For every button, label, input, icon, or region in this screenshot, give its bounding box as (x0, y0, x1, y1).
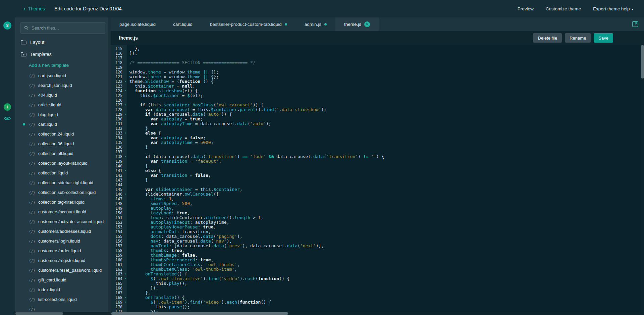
code-line[interactable]: 144 (111, 182, 644, 187)
vertical-scrollbar-thumb[interactable] (641, 45, 644, 78)
file-item-index-liquid[interactable]: {/}index.liquid (15, 285, 111, 295)
code-line[interactable]: 156 nav: data_carousel.data('nav'), (111, 239, 644, 244)
fold-arrow-icon[interactable]: ▾ (124, 192, 126, 196)
code-line[interactable]: 169▾ $('.owl-item').find('video').each(f… (111, 300, 644, 305)
code-editor[interactable]: 115 },116});117118/* ================ SE… (111, 45, 644, 315)
sidebar-section-templates[interactable]: Templates (15, 48, 111, 60)
code-line[interactable]: 125 this.$container = $(el); (111, 93, 644, 98)
code-line[interactable]: 140 } (111, 164, 644, 168)
file-item-search-json-liquid[interactable]: {/}search.json.liquid (15, 81, 111, 90)
topbar-action-preview[interactable]: Preview (518, 6, 534, 11)
code-line[interactable]: 128 var data_carousel = this.$container.… (111, 107, 644, 112)
code-line[interactable]: 167 }, (111, 291, 644, 295)
code-line[interactable]: 149 autoplay, (111, 206, 644, 211)
file-item-customers-register-liquid[interactable]: {/}customers/register.liquid (15, 256, 111, 265)
tab-bestseller-product-custom-tab-liquid[interactable]: bestseller-product-custom-tab.liquid (201, 17, 296, 31)
code-line[interactable]: 121window.theme = window.theme || {}; (111, 74, 644, 79)
file-item-customers-order-liquid[interactable]: {/}customers/order.liquid (15, 246, 111, 256)
code-line[interactable]: 116}); (111, 51, 644, 56)
file-item-customers-reset-password-liquid[interactable]: {/}customers/reset_password.liquid (15, 265, 111, 275)
back-to-themes-link[interactable]: ‹ Themes (23, 6, 45, 12)
code-line[interactable]: 115 }, (111, 46, 644, 51)
file-item-article-liquid[interactable]: {/}article.liquid (15, 100, 111, 110)
fold-arrow-icon[interactable]: ▾ (124, 131, 126, 135)
code-line[interactable]: 139 var transition = 'fadeOut'; (111, 159, 644, 164)
code-line[interactable]: 154 animateOut: transition, (111, 229, 644, 234)
code-line[interactable]: 143 } (111, 178, 644, 182)
code-line[interactable]: 129▾ if (data_carousel.data('auto')) { (111, 112, 644, 117)
save-button[interactable]: Save (594, 33, 613, 43)
code-line[interactable]: 133▾ else { (111, 131, 644, 136)
tab-theme-js[interactable]: theme.js✕ (335, 17, 379, 31)
fold-arrow-icon[interactable]: ▾ (124, 300, 126, 304)
file-item-customers-account-liquid[interactable]: {/}customers/account.liquid (15, 207, 111, 217)
fold-arrow-icon[interactable]: ▾ (124, 272, 126, 276)
code-line[interactable]: 136 } (111, 145, 644, 150)
code-line[interactable]: 148 smartSpeed: 500, (111, 201, 644, 206)
file-item-gift-card-liquid[interactable]: {/}gift_card.liquid (15, 275, 111, 285)
code-line[interactable]: 160 thumbsPrerendered: true, (111, 258, 644, 262)
file-item-collection-sub-collection-liquid[interactable]: {/}collection.sub-collection.liquid (15, 188, 111, 197)
code-line[interactable]: 164▾ $('.owl-item.active').find('video')… (111, 276, 644, 281)
sidebar-section-layout[interactable]: Layout (15, 36, 111, 48)
fold-arrow-icon[interactable]: ▾ (124, 277, 126, 281)
file-item-collection-liquid[interactable]: {/}collection.liquid (15, 168, 111, 178)
file-item-customers-login-liquid[interactable]: {/}customers/login.liquid (15, 236, 111, 246)
delete-file-button[interactable]: Delete file (533, 33, 562, 43)
code-line[interactable]: 158 thumbs: true, (111, 248, 644, 253)
code-line[interactable]: 152 autoplayTimeout: autoplayTime, (111, 220, 644, 225)
file-item-collection-sidebar-right-liquid[interactable]: {/}collection.sidebar-right.liquid (15, 178, 111, 188)
tab-cart-liquid[interactable]: cart.liquid (164, 17, 201, 31)
code-line[interactable]: 165 this.play(); (111, 281, 644, 286)
file-item-blog-liquid[interactable]: {/}blog.liquid (15, 110, 111, 119)
code-line[interactable]: 119 (111, 65, 644, 70)
code-line[interactable]: 127▾ if (this.$container.hasClass('owl-c… (111, 103, 644, 107)
topbar-action-customize-theme[interactable]: Customize theme (546, 6, 581, 11)
editor-vertical-scrollbar[interactable] (641, 45, 644, 315)
sidebar-scrollbar-thumb[interactable] (15, 312, 63, 315)
code-line[interactable]: 145 var slideContainer = this.$container… (111, 187, 644, 192)
code-line[interactable]: 132 } (111, 126, 644, 131)
code-line[interactable]: 137 (111, 150, 644, 154)
tab-page-isolate-liquid[interactable]: page.isolate.liquid (111, 17, 164, 31)
code-line[interactable]: 141▾ else { (111, 168, 644, 173)
add-icon[interactable]: + (4, 103, 11, 111)
code-line[interactable]: 163▾ onTranslated() { (111, 272, 644, 276)
code-line[interactable]: 168▾ onTranslate() { (111, 295, 644, 300)
add-new-template-link[interactable]: Add a new template (15, 60, 111, 71)
close-tab-icon[interactable]: ✕ (364, 21, 370, 27)
file-item-list-collections-liquid[interactable]: {/}list-collections.liquid (15, 295, 111, 304)
file-item-collection-tag-filter-liquid[interactable]: {/}collection.tag-filter.liquid (15, 197, 111, 207)
code-line[interactable]: 159 thumbImage: false, (111, 253, 644, 258)
code-line[interactable]: 153 autoplayHoverPause: true, (111, 225, 644, 229)
search-input[interactable] (32, 25, 101, 31)
file-item-customers-addresses-liquid[interactable]: {/}customers/addresses.liquid (15, 226, 111, 236)
code-line[interactable]: 142 var transition = false; (111, 173, 644, 178)
file-item-customers-activate-account-liquid[interactable]: {/}customers/activate_account.liquid (15, 217, 111, 226)
code-line[interactable]: 162 thumbItemClass: 'owl-thumb-item', (111, 267, 644, 272)
editor-horizontal-scrollbar[interactable] (111, 312, 644, 315)
code-line[interactable]: 151 loop: slideContainer.children().leng… (111, 215, 644, 220)
sidebar-horizontal-scrollbar[interactable] (15, 312, 111, 315)
fold-arrow-icon[interactable]: ▾ (124, 103, 126, 107)
file-item-cart-json-liquid[interactable]: {/}cart.json.liquid (15, 71, 111, 81)
fold-arrow-icon[interactable]: ▾ (124, 89, 126, 93)
fold-arrow-icon[interactable]: ▾ (124, 112, 126, 116)
code-line[interactable]: 157 navText: [data_carousel.data('prev')… (111, 244, 644, 248)
code-line[interactable]: 130 var autoplay = true; (111, 117, 644, 121)
code-line[interactable]: 170 this.pause(); (111, 305, 644, 309)
file-item-collection-24-liquid[interactable]: {/}collection.24.liquid (15, 129, 111, 139)
fold-arrow-icon[interactable]: ▾ (124, 80, 126, 84)
code-line[interactable]: 123 this.$container = null; (111, 84, 644, 89)
code-line[interactable]: 122▾theme.Slideshow = (function () { (111, 79, 644, 84)
topbar-action-expert-theme-help[interactable]: Expert theme help▾ (593, 6, 633, 11)
rename-button[interactable]: Rename (565, 33, 591, 43)
code-line[interactable]: 131 var autoplayTime = data_carousel.dat… (111, 121, 644, 126)
fold-arrow-icon[interactable]: ▾ (124, 296, 126, 300)
file-item-collection-36-liquid[interactable]: {/}collection.36.liquid (15, 139, 111, 149)
code-line[interactable]: 146▾ slideContainer.owlCarousel({ (111, 192, 644, 197)
horizontal-scrollbar-thumb[interactable] (111, 312, 288, 315)
code-line[interactable]: 135 var autoplayTime = 5000; (111, 140, 644, 145)
eye-icon[interactable] (4, 116, 11, 121)
code-line[interactable]: 120window.theme = window.theme || {}; (111, 70, 644, 74)
